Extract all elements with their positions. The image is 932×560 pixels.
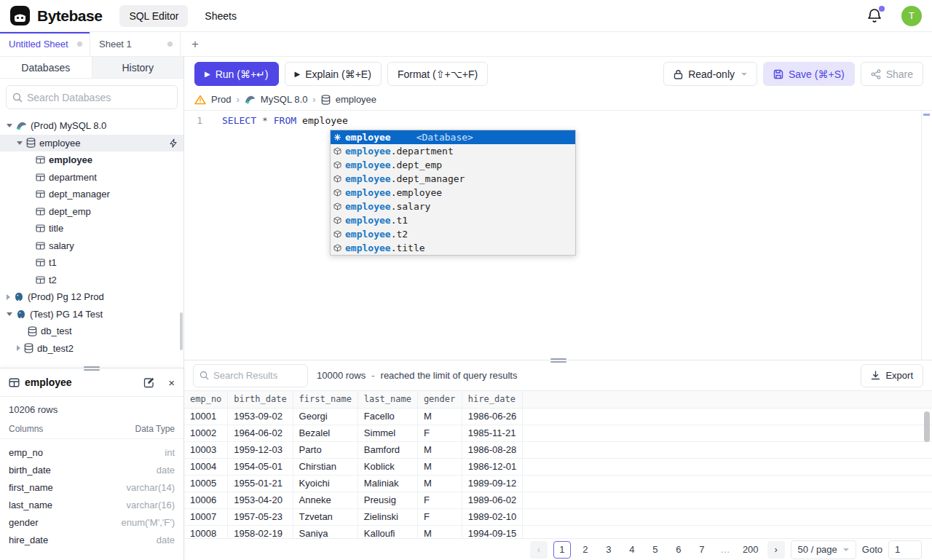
readonly-mode-dropdown[interactable]: Read-only (663, 62, 757, 86)
explain-button[interactable]: ▶ Explain (⌘+E) (285, 62, 382, 86)
chevron-down-icon[interactable] (17, 141, 23, 145)
autocomplete-item[interactable]: employee.department (331, 144, 575, 158)
notifications-button[interactable] (866, 7, 884, 25)
app-header: Bytebase SQL Editor Sheets T (0, 0, 932, 32)
tree-table-employee[interactable]: employee (0, 151, 183, 169)
app-body: Databases History (Prod) MySQL 8.0 (0, 57, 932, 560)
line-number: 1 (184, 115, 209, 126)
breadcrumb-env[interactable]: Prod (211, 94, 231, 105)
autocomplete-item[interactable]: employee.dept_emp (331, 158, 575, 172)
tab-history[interactable]: History (92, 57, 184, 78)
page-5-button[interactable]: 5 (647, 541, 664, 559)
page-200-button[interactable]: 200 (740, 541, 762, 559)
chevron-right-icon[interactable] (7, 294, 10, 300)
brand-name[interactable]: Bytebase (37, 7, 102, 25)
suggestion-prefix: employee (345, 215, 391, 226)
format-button[interactable]: Format (⇧+⌥+F) (387, 62, 488, 86)
goto-label: Goto (862, 544, 882, 555)
tab-databases[interactable]: Databases (0, 57, 92, 78)
chevron-down-icon[interactable] (7, 312, 12, 316)
autocomplete-item[interactable]: employee.title (331, 241, 575, 255)
autocomplete-item[interactable]: employee.salary (331, 200, 575, 213)
cell-filler (523, 525, 932, 538)
tab-untitled-sheet[interactable]: Untitled Sheet (0, 32, 90, 56)
page-6-button[interactable]: 6 (670, 541, 687, 559)
breadcrumb-instance[interactable]: MySQL 8.0 (261, 94, 308, 105)
autocomplete-item[interactable]: employee.t2 (331, 227, 575, 241)
bytebase-logo-icon[interactable] (10, 6, 30, 25)
results-header: 10000 rows - reached the limit of query … (184, 360, 932, 390)
tree-table-department[interactable]: department (0, 169, 183, 186)
tree-item-pg14-instance[interactable]: (Test) PG 14 Test (0, 306, 183, 323)
results-resize-handle[interactable] (550, 357, 566, 364)
close-icon[interactable]: × (168, 377, 175, 388)
tree-item-label: (Prod) MySQL 8.0 (31, 120, 106, 131)
page-7-button[interactable]: 7 (693, 541, 711, 559)
tree-item-pg12-instance[interactable]: (Prod) Pg 12 Prod (0, 288, 183, 306)
tree-table-title[interactable]: title (0, 220, 183, 237)
nav-sheets[interactable]: Sheets (195, 5, 246, 27)
cell: Preusig (358, 492, 417, 508)
sidebar: Databases History (Prod) MySQL 8.0 (0, 57, 184, 560)
nav-sql-editor[interactable]: SQL Editor (119, 5, 188, 27)
suggestion-suffix: .dept_emp (391, 159, 442, 170)
panel-resize-handle[interactable] (84, 365, 100, 372)
schema-panel-header: employee × (0, 368, 183, 397)
chevron-right-icon[interactable] (17, 345, 20, 351)
tree-table-dept-emp[interactable]: dept_emp (0, 203, 183, 221)
export-button[interactable]: Export (861, 364, 923, 387)
tree-item-mysql-instance[interactable]: (Prod) MySQL 8.0 (0, 117, 183, 135)
tree-table-t1[interactable]: t1 (0, 254, 183, 272)
tree-item-database-employee[interactable]: employee (0, 135, 183, 152)
autocomplete-item[interactable]: employee.dept_manager (331, 172, 575, 186)
schema-column-row: last_name varchar(16) (0, 496, 183, 513)
tree-item-db-test[interactable]: db_test (0, 323, 183, 340)
edit-schema-icon[interactable] (143, 377, 154, 388)
next-page-button[interactable]: › (767, 541, 785, 559)
database-search[interactable] (6, 85, 178, 109)
results-scrollbar[interactable] (924, 411, 930, 442)
cell-filler (523, 508, 932, 525)
sidebar-scrollbar[interactable] (180, 312, 183, 350)
search-databases-input[interactable] (27, 92, 171, 103)
cell: M (417, 408, 462, 425)
editor-minimap[interactable] (921, 111, 932, 360)
database-tree: (Prod) MySQL 8.0 employee emplo (0, 116, 183, 368)
autocomplete-item-selected[interactable]: employee <Database> (331, 130, 575, 144)
page-3-button[interactable]: 3 (600, 541, 617, 559)
suggestion-prefix: employee (345, 159, 391, 170)
page-size-select[interactable]: 50 / page (791, 540, 856, 559)
code-line-1[interactable]: 1 SELECT * FROM employee (184, 114, 932, 127)
tree-table-salary[interactable]: salary (0, 237, 183, 255)
prev-page-button[interactable]: ‹ (530, 541, 548, 559)
share-button[interactable]: Share (861, 62, 923, 86)
search-results-input[interactable] (213, 370, 301, 381)
database-icon (26, 138, 36, 148)
play-icon: ▶ (295, 71, 301, 78)
tree-table-dept-manager[interactable]: dept_manager (0, 186, 183, 203)
sql-code-editor[interactable]: 1 SELECT * FROM employee em (184, 111, 932, 360)
tree-table-t2[interactable]: t2 (0, 272, 183, 289)
autocomplete-item[interactable]: employee.employee (331, 186, 575, 200)
goto-page-input[interactable] (888, 540, 922, 559)
column-type: varchar(16) (127, 500, 175, 510)
page-4-button[interactable]: 4 (623, 541, 641, 559)
tree-item-db-test2[interactable]: db_test2 (0, 340, 183, 358)
autocomplete-item[interactable]: employee.t1 (331, 213, 575, 227)
run-button[interactable]: ▶ Run (⌘+↵) (194, 62, 279, 86)
page-2-button[interactable]: 2 (577, 541, 594, 559)
save-button[interactable]: Save (⌘+S) (763, 62, 855, 86)
results-search[interactable] (193, 364, 308, 387)
suggestion-suffix: .salary (391, 201, 431, 212)
add-sheet-button[interactable]: + (181, 32, 210, 56)
tab-sheet-1[interactable]: Sheet 1 (90, 32, 181, 56)
warning-icon (194, 95, 206, 105)
page-1-button[interactable]: 1 (553, 541, 571, 559)
sql-identifier: employee (302, 115, 348, 126)
connect-flash-icon[interactable] (169, 138, 178, 148)
chevron-down-icon[interactable] (7, 124, 12, 127)
table-suggest-icon (333, 161, 341, 169)
breadcrumb-database[interactable]: employee (336, 94, 376, 105)
avatar[interactable]: T (901, 6, 922, 26)
cell: M (417, 475, 462, 492)
